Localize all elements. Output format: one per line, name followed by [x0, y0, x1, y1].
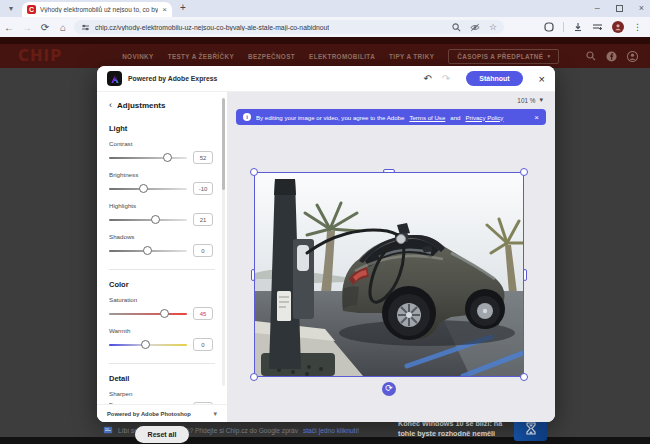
brightness-value[interactable]: -10 — [193, 182, 213, 195]
selected-image[interactable]: ⟳ — [255, 173, 523, 376]
shadows-slider[interactable] — [109, 250, 187, 252]
tab-close-icon[interactable]: × — [162, 5, 167, 14]
modal-header: Powered by Adobe Express ↶ ↷ Stáhnout × — [97, 66, 555, 92]
account-icon[interactable] — [627, 51, 638, 62]
nav-elektromobilita[interactable]: ELEKTROMOBILITA — [309, 53, 375, 60]
saturation-value[interactable]: 45 — [193, 307, 213, 320]
site-nav: NOVINKY TESTY A ŽEBŘÍČKY BEZPEČNOST ELEK… — [122, 53, 434, 60]
back-icon[interactable]: ← — [0, 22, 18, 33]
gnews-link[interactable]: stačí jedno kliknutí! — [303, 427, 359, 434]
site-search-icon[interactable] — [586, 51, 596, 61]
handle-top-right[interactable] — [520, 168, 528, 176]
highlights-knob[interactable] — [151, 215, 160, 224]
highlights-value[interactable]: 21 — [193, 213, 213, 226]
reading-list-icon[interactable] — [592, 23, 603, 32]
site-header: CHIP NOVINKY TESTY A ŽEBŘÍČKY BEZPEČNOST… — [0, 44, 650, 68]
sharpen-label: Sharpen — [109, 390, 215, 397]
section-light: Light — [109, 124, 215, 133]
extensions-icon[interactable] — [544, 22, 554, 32]
nav-novinky[interactable]: NOVINKY — [122, 53, 154, 60]
section-color: Color — [109, 280, 215, 289]
shadows-knob[interactable] — [143, 246, 152, 255]
zoom-control[interactable]: 101 % ▾ — [517, 96, 543, 104]
footer-chevron-icon[interactable]: ▾ — [213, 410, 217, 418]
shadows-value[interactable]: 0 — [193, 244, 213, 257]
nav-casopis-predplatne[interactable]: ČASOPIS A PŘEDPLATNÉ ▾ — [448, 49, 559, 64]
eye-off-icon[interactable] — [470, 23, 480, 32]
brightness-label: Brightness — [109, 171, 215, 178]
editor-canvas[interactable]: 101 % ▾ i By editing your image or video… — [227, 92, 555, 422]
privacy-policy-link[interactable]: Privacy Policy — [465, 114, 503, 121]
redo-icon[interactable]: ↷ — [442, 73, 450, 84]
adjustments-panel: ‹ Adjustments Light Contrast 52 Brightne… — [97, 92, 227, 422]
chevron-down-icon: ▾ — [547, 53, 550, 59]
warmth-knob[interactable] — [141, 340, 150, 349]
window-controls: – × — [595, 1, 644, 15]
nav-testy[interactable]: TESTY A ŽEBŘÍČKY — [168, 53, 234, 60]
zoom-level: 101 % — [517, 97, 535, 104]
handle-bottom-left[interactable] — [250, 373, 258, 381]
profile-avatar[interactable] — [612, 21, 624, 33]
handle-left[interactable] — [251, 269, 255, 281]
zoom-page-icon[interactable] — [452, 23, 461, 32]
header-icons — [586, 51, 638, 62]
saturation-slider[interactable] — [109, 313, 187, 315]
terms-banner: i By editing your image or video, you ag… — [236, 109, 546, 125]
car-charging-photo — [255, 173, 523, 376]
home-icon[interactable]: ⌂ — [54, 22, 72, 33]
browser-toolbar: ← → ⟳ ⌂ chip.cz/vyhody-elektromobilu-uz-… — [0, 17, 650, 37]
teaser-line2: tohle byste rozhodně neměli — [398, 429, 510, 439]
toolbar-divider — [563, 22, 564, 32]
brightness-knob[interactable] — [139, 184, 148, 193]
maximize-button[interactable] — [616, 5, 623, 12]
panel-back-icon[interactable]: ‹ — [109, 100, 112, 110]
new-tab-button[interactable]: + — [180, 2, 186, 13]
warmth-value[interactable]: 0 — [193, 338, 213, 351]
brightness-slider[interactable] — [109, 188, 187, 190]
download-icon[interactable] — [573, 22, 583, 32]
adobe-express-modal: Powered by Adobe Express ↶ ↷ Stáhnout × … — [97, 66, 555, 422]
window-close-button[interactable]: × — [639, 1, 644, 15]
reset-all-button[interactable]: Reset all — [135, 426, 190, 443]
site-settings-icon[interactable] — [81, 23, 90, 32]
panel-scrollbar-thumb[interactable] — [222, 98, 225, 190]
nav-casopis-label: ČASOPIS A PŘEDPLATNÉ — [457, 53, 543, 60]
handle-right[interactable] — [523, 269, 527, 281]
handle-bottom-right[interactable] — [520, 373, 528, 381]
url-text: chip.cz/vyhody-elektromobilu-uz-nejsou-c… — [95, 24, 329, 31]
site-top-strip — [0, 37, 650, 44]
tab-search-caret-icon[interactable]: ▾ — [5, 3, 17, 15]
teaser-article[interactable]: Konec Windows 10 se blíží: na tohle byst… — [398, 419, 510, 439]
rotate-handle[interactable]: ⟳ — [382, 382, 396, 396]
panel-divider — [109, 363, 215, 364]
powered-by-express-label: Powered by Adobe Express — [128, 75, 217, 82]
browser-menu-icon[interactable]: ⋮ — [633, 22, 642, 32]
handle-top[interactable] — [383, 169, 395, 173]
download-button[interactable]: Stáhnout — [466, 71, 522, 86]
shadows-label: Shadows — [109, 233, 215, 240]
browser-tab[interactable]: C Výhody elektromobilů už nejsou to, co … — [22, 2, 172, 17]
undo-icon[interactable]: ↶ — [423, 73, 431, 84]
bookmark-star-icon[interactable]: ☆ — [489, 22, 497, 32]
adobe-express-logo — [107, 71, 122, 86]
contrast-value[interactable]: 52 — [193, 151, 213, 164]
reload-icon[interactable]: ⟳ — [36, 22, 54, 33]
panel-divider — [109, 269, 215, 270]
facebook-icon[interactable] — [606, 51, 617, 62]
chip-logo[interactable]: CHIP — [18, 47, 62, 65]
warmth-slider[interactable] — [109, 344, 187, 346]
panel-title: Adjustments — [117, 101, 165, 110]
forward-icon[interactable]: → — [18, 22, 36, 33]
banner-close-icon[interactable]: × — [534, 113, 539, 122]
modal-close-icon[interactable]: × — [539, 73, 545, 85]
url-bar[interactable]: chip.cz/vyhody-elektromobilu-uz-nejsou-c… — [74, 20, 504, 34]
contrast-slider[interactable] — [109, 157, 187, 159]
saturation-knob[interactable] — [160, 309, 169, 318]
nav-bezpecnost[interactable]: BEZPEČNOST — [248, 53, 295, 60]
nav-tipy[interactable]: TIPY A TRIKY — [389, 53, 434, 60]
minimize-button[interactable]: – — [595, 1, 600, 15]
terms-of-use-link[interactable]: Terms of Use — [409, 114, 445, 121]
highlights-slider[interactable] — [109, 219, 187, 221]
handle-top-left[interactable] — [250, 168, 258, 176]
contrast-knob[interactable] — [163, 153, 172, 162]
